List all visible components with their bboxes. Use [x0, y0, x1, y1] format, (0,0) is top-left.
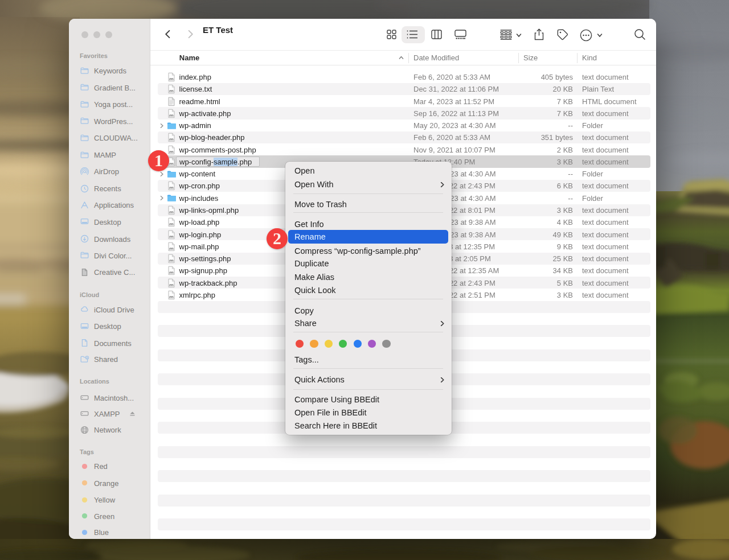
- svg-text:PHP: PHP: [170, 139, 173, 141]
- svg-text:PHP: PHP: [170, 78, 173, 80]
- svg-text:PHP: PHP: [170, 236, 173, 238]
- svg-text:PHP: PHP: [170, 296, 173, 298]
- svg-text:PHP: PHP: [170, 151, 173, 153]
- svg-text:PHP: PHP: [170, 248, 173, 250]
- svg-text:PHP: PHP: [170, 224, 173, 226]
- svg-text:PHP: PHP: [170, 114, 173, 117]
- svg-text:PHP: PHP: [170, 163, 173, 165]
- svg-text:PHP: PHP: [170, 187, 173, 190]
- svg-text:PHP: PHP: [170, 272, 173, 274]
- svg-text:PHP: PHP: [170, 90, 173, 93]
- svg-text:PHP: PHP: [170, 284, 173, 286]
- svg-text:PHP: PHP: [170, 260, 173, 262]
- svg-text:PHP: PHP: [170, 211, 173, 213]
